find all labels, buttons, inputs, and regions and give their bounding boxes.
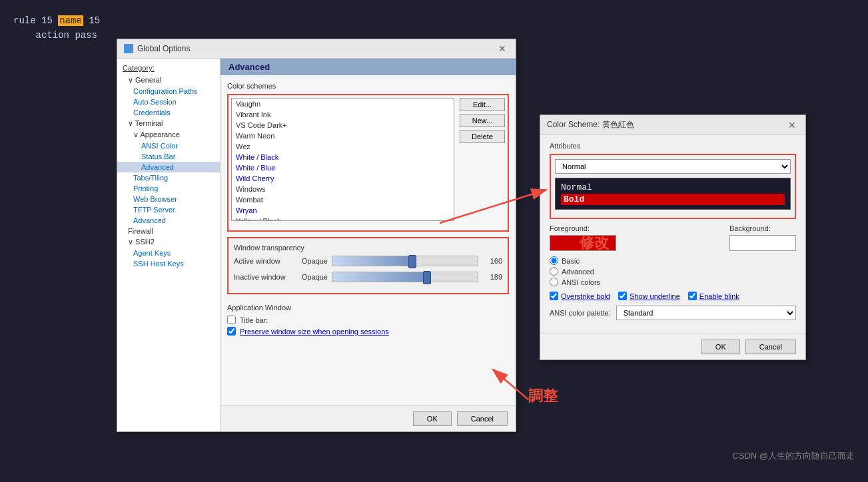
enable-blink-checkbox[interactable]: [688, 292, 697, 300]
scheme-vs-code-dark[interactable]: VS Code Dark+: [232, 120, 454, 130]
tree-item-ssh2[interactable]: ∨ SSH2: [117, 236, 220, 248]
global-options-close-button[interactable]: ✕: [496, 43, 509, 54]
tree-item-credentials[interactable]: Credentials: [117, 107, 220, 118]
scheme-warm-neon[interactable]: Warm Neon: [232, 130, 454, 141]
active-window-label: Active window: [234, 257, 294, 265]
show-underline-checkbox[interactable]: [618, 292, 627, 300]
csdn-watermark: CSDN @人生的方向随自己而走: [732, 450, 855, 462]
radio-advanced[interactable]: [550, 267, 558, 276]
overstrike-item: Overstrike bold: [550, 292, 610, 300]
content-header: Advanced: [220, 59, 516, 75]
radio-advanced-row: Advanced: [550, 267, 796, 276]
active-window-row: Active window Opaque 160: [234, 256, 502, 266]
background-label: Background:: [729, 224, 796, 232]
preview-bold-text: Bold: [561, 194, 785, 205]
inactive-window-row: Inactive window Opaque 189: [234, 272, 502, 282]
tree-item-advanced-terminal[interactable]: Advanced: [117, 215, 220, 226]
tree-item-printing[interactable]: Printing: [117, 183, 220, 194]
color-schemes-list[interactable]: Vaughn Vibrant Ink VS Code Dark+ Warm Ne…: [231, 98, 454, 221]
scheme-windows[interactable]: Windows: [232, 184, 454, 194]
delete-scheme-button[interactable]: Delete: [460, 130, 505, 143]
new-scheme-button[interactable]: New...: [460, 114, 505, 127]
tree-item-agent-keys[interactable]: Agent Keys: [117, 248, 220, 258]
terminal-line-1: rule 15 name 15: [13, 13, 642, 28]
scheme-white-blue[interactable]: White / Blue: [232, 162, 454, 173]
ansi-palette-select[interactable]: Standard: [616, 306, 796, 320]
tree-item-firewall[interactable]: Firewall: [117, 226, 220, 236]
inactive-slider-value: 189: [482, 273, 502, 281]
scheme-wez[interactable]: Wez: [232, 141, 454, 152]
preserve-checkbox[interactable]: [227, 327, 236, 336]
tree-item-advanced-appearance[interactable]: Advanced: [117, 162, 220, 172]
global-options-title: Global Options: [124, 44, 190, 53]
attribute-select[interactable]: Normal: [555, 159, 791, 174]
tree-item-ansi-color[interactable]: ANSI Color: [117, 140, 220, 151]
tree-item-terminal[interactable]: ∨ Terminal: [117, 118, 220, 129]
modify-annotation: 修改: [580, 233, 609, 253]
inactive-slider-thumb[interactable]: [423, 271, 431, 284]
global-options-ok-button[interactable]: OK: [413, 411, 452, 426]
enable-blink-item: Enable blink: [688, 292, 739, 300]
cs-cancel-button[interactable]: Cancel: [745, 340, 796, 354]
window-transparency-section: Window transparency Active window Opaque…: [227, 237, 509, 294]
background-swatch[interactable]: [729, 235, 796, 251]
tree-item-status-bar[interactable]: Status Bar: [117, 151, 220, 162]
scheme-vaughn[interactable]: Vaughn: [232, 99, 454, 109]
content-panel: Advanced Color schemes Vaughn Vibrant In…: [220, 59, 516, 431]
tree-item-tabs-tiling[interactable]: Tabs/Tiling: [117, 172, 220, 183]
scheme-buttons: Edit... New... Delete: [460, 98, 505, 221]
cs-footer: OK Cancel: [540, 334, 805, 360]
edit-scheme-button[interactable]: Edit...: [460, 98, 505, 111]
tree-item-general[interactable]: ∨ General: [117, 75, 220, 86]
dialog-body: Category: ∨ General Configuration Paths …: [117, 59, 516, 431]
attr-dropdown-row: Normal: [555, 159, 791, 174]
show-underline-item: Show underline: [618, 292, 680, 300]
overstrike-checkbox[interactable]: [550, 292, 558, 300]
color-schemes-section: Vaughn Vibrant Ink VS Code Dark+ Warm Ne…: [227, 94, 509, 232]
scheme-vibrant-ink[interactable]: Vibrant Ink: [232, 109, 454, 120]
scheme-white-black[interactable]: White / Black: [232, 152, 454, 162]
global-options-title-text: Global Options: [137, 44, 190, 53]
tree-item-appearance[interactable]: ∨ Appearance: [117, 129, 220, 140]
active-slider-thumb[interactable]: [408, 255, 416, 268]
scheme-wild-cherry[interactable]: Wild Cherry: [232, 173, 454, 184]
tree-item-web-browser[interactable]: Web Browser: [117, 194, 220, 204]
radio-ansi-colors[interactable]: [550, 278, 558, 286]
radio-basic[interactable]: [550, 256, 558, 265]
title-bar-checkbox[interactable]: [227, 316, 236, 324]
cs-ok-button[interactable]: OK: [701, 340, 740, 354]
show-underline-label[interactable]: Show underline: [630, 292, 680, 300]
category-panel: Category: ∨ General Configuration Paths …: [117, 59, 220, 431]
cs-title: Color Scheme: 黄色紅色: [547, 119, 634, 130]
global-options-titlebar: Global Options ✕: [117, 39, 516, 59]
preview-normal-text: Normal: [561, 182, 785, 192]
window-transparency-label: Window transparency: [234, 244, 502, 252]
tree-item-auto-session[interactable]: Auto Session: [117, 97, 220, 107]
title-bar-row: Title bar:: [227, 314, 509, 326]
inactive-window-slider[interactable]: [332, 272, 478, 282]
global-options-footer: OK Cancel: [220, 405, 516, 431]
active-window-slider[interactable]: [332, 256, 478, 266]
category-label: Category:: [117, 63, 220, 75]
active-slider-fill: [332, 256, 412, 266]
inactive-slider-fill: [332, 272, 427, 282]
adjust-annotation: 調整: [528, 386, 558, 406]
overstrike-label[interactable]: Overstrike bold: [561, 292, 610, 300]
tree-item-tftp-server[interactable]: TFTP Server: [117, 204, 220, 215]
radio-basic-row: Basic: [550, 256, 796, 265]
active-opaque-label: Opaque: [298, 257, 328, 265]
scheme-wombat[interactable]: Wombat: [232, 194, 454, 205]
scheme-yellow-black[interactable]: Yellow / Black: [232, 216, 454, 221]
global-options-dialog: Global Options ✕ Category: ∨ General Con…: [117, 39, 516, 432]
tree-item-config-paths[interactable]: Configuration Paths: [117, 86, 220, 97]
enable-blink-label[interactable]: Enable blink: [699, 292, 739, 300]
tree-item-ssh-host-keys[interactable]: SSH Host Keys: [117, 258, 220, 269]
preserve-label[interactable]: Preserve window size when opening sessio…: [240, 328, 389, 336]
preserve-row: Preserve window size when opening sessio…: [227, 326, 509, 337]
normal-bold-preview: Normal Bold: [555, 178, 791, 210]
scheme-wryan[interactable]: Wryan: [232, 205, 454, 216]
title-bar-label: Title bar:: [240, 316, 268, 324]
cs-close-button[interactable]: ✕: [785, 120, 799, 130]
global-options-cancel-button[interactable]: Cancel: [457, 411, 508, 426]
content-body: Color schemes Vaughn Vibrant Ink VS Code…: [220, 75, 516, 405]
